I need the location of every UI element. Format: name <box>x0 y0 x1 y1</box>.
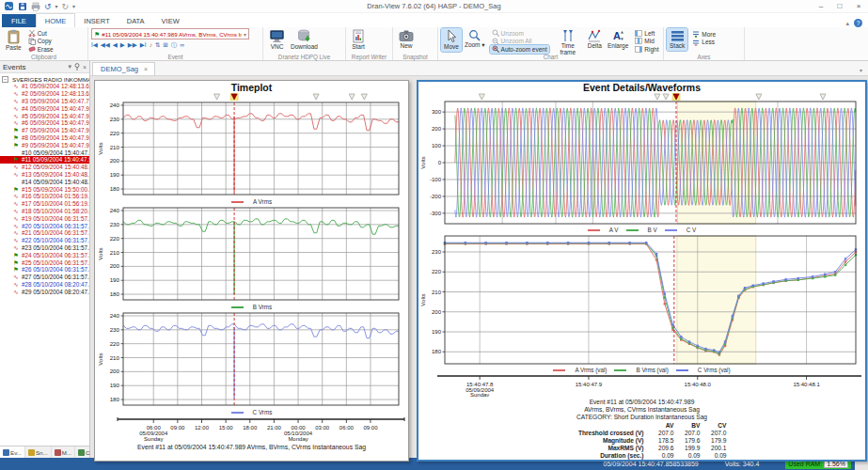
event-selector[interactable]: ⚑ #11 05/09/2004 15:40:47.989 AVrms, BVr… <box>91 28 249 39</box>
event-list-item[interactable]: ∿#6 05/09/2004 15:40:47.980 <box>0 119 89 127</box>
move-button[interactable]: Move <box>441 28 462 52</box>
undo-dropdown-icon[interactable]: ▾ <box>55 3 58 9</box>
paste-button[interactable]: Paste <box>3 28 24 53</box>
save-icon[interactable] <box>18 2 27 11</box>
erase-button[interactable]: Erase <box>26 45 55 54</box>
first-event-button[interactable]: I◀ <box>91 41 98 49</box>
maximize-button[interactable]: □ <box>830 0 849 12</box>
event-tree-icon[interactable]: ⊞ <box>163 41 167 49</box>
tab-data[interactable]: DATA <box>118 14 153 27</box>
event-list-item[interactable]: ∿#2 05/09/2004 12:48:13.624 <box>0 90 89 98</box>
undo-icon[interactable]: ↺ <box>44 2 52 11</box>
event-note-icon[interactable]: ♪ <box>150 41 152 49</box>
tab-menu-icon[interactable]: ▾ <box>860 67 862 73</box>
print-icon[interactable] <box>31 2 40 11</box>
unzoom-button[interactable]: Unzoom <box>490 29 549 38</box>
event-list-item[interactable]: ⚑#15 05/09/2004 15:50:00.89 <box>0 185 89 193</box>
event-list-item[interactable]: #10 05/09/2004 15:40:47.97 <box>0 149 89 156</box>
event-list-item[interactable]: ∿#22 05/10/2004 06:31:57.78 <box>0 237 89 244</box>
event-list-item[interactable]: ⚑#8 05/09/2004 15:40:47.985 <box>0 134 89 142</box>
event-list-item[interactable]: ∿#5 05/09/2004 15:40:47.980 <box>0 112 89 119</box>
event-info-icon[interactable]: ⓘ <box>171 41 178 49</box>
collapse-ribbon-icon[interactable]: ▴ <box>845 20 849 27</box>
event-list-item[interactable]: ⚑#26 05/10/2004 06:31:57.82 <box>0 266 89 274</box>
enlarge-button[interactable]: A Enlarge <box>605 28 631 51</box>
zoom-button[interactable]: Zoom ▾ <box>462 28 488 50</box>
redo-icon[interactable]: ↻ <box>62 2 70 11</box>
waveform-event-markers[interactable] <box>418 93 865 101</box>
help-icon[interactable]: ? <box>854 19 862 27</box>
event-find-icon[interactable]: ∞ <box>180 41 184 49</box>
axis-mid-button[interactable]: Mid <box>633 38 660 46</box>
sidebar-tab-ev[interactable]: Ev... <box>0 446 25 458</box>
last-event-button[interactable]: ▶I <box>140 41 147 49</box>
event-details-panel[interactable]: Event Details/Waveforms 3002001000-100-2… <box>417 80 867 462</box>
event-list-item[interactable]: ⚑#7 05/09/2004 15:40:47.985 <box>0 127 89 134</box>
event-list-item[interactable]: ∿#19 05/10/2004 06:31:57.59 <box>0 214 89 222</box>
event-list-item[interactable]: ⚑#25 05/10/2004 06:31:57.82 <box>0 258 89 266</box>
event-list-item[interactable]: ∿#13 05/09/2004 15:40:48.1 <box>0 171 89 179</box>
new-snapshot-button[interactable]: New <box>396 28 417 51</box>
waveform-chart[interactable]: 3002001000-100-200-300Volts <box>418 101 865 226</box>
event-list-item[interactable]: ∿#3 05/09/2004 15:40:47.771 <box>0 98 89 105</box>
timeplot-charts[interactable]: 180190200210220230240VoltsA Vrms18019020… <box>95 101 408 416</box>
auto-zoom-event-button[interactable]: Auto-zoom event <box>490 45 549 54</box>
event-list-item[interactable]: ∿#4 05/09/2004 15:40:47.980 <box>0 104 89 112</box>
next-event-button[interactable]: ▶ <box>120 41 125 49</box>
rewind-event-button[interactable]: ◀◀ <box>101 41 110 49</box>
document-tab-close-icon[interactable]: × <box>144 66 148 72</box>
sidebar-tab-sn[interactable]: Sn... <box>25 446 52 458</box>
pin-icon[interactable] <box>74 63 80 70</box>
axis-left-button[interactable]: Left <box>633 29 660 38</box>
events-tree-root[interactable]: − SVERIGES RADIO INKOMMAND <box>0 75 89 83</box>
event-list-item[interactable]: ∿#21 05/10/2004 06:31:57.78 <box>0 229 89 237</box>
event-list-item[interactable]: ⚑#9 05/09/2004 15:40:47.985 <box>0 141 89 149</box>
timeplot-event-markers[interactable] <box>95 93 408 101</box>
stack-button[interactable]: Stack <box>667 28 687 51</box>
tab-view[interactable]: VIEW <box>153 14 188 27</box>
event-sort-icon[interactable]: ⇅ <box>155 41 160 49</box>
app-icon[interactable] <box>4 1 14 11</box>
event-list-item[interactable]: #14 05/09/2004 15:40:48.50 <box>0 178 89 185</box>
sidebar-tab-m[interactable]: M... <box>52 446 75 458</box>
copy-button[interactable]: Copy <box>26 38 55 46</box>
event-list-item[interactable]: ∿#29 05/10/2004 08:20:47.36 <box>0 288 89 295</box>
event-list-label: #6 05/09/2004 15:40:47.980 <box>22 119 89 126</box>
rms-chart[interactable]: 180190200210220230Volts <box>418 234 865 366</box>
prev-event-button[interactable]: ◀ <box>113 41 118 49</box>
event-list-item[interactable]: ∿#18 05/10/2004 01:58:20.00 <box>0 208 89 215</box>
file-tab[interactable]: FILE <box>2 14 36 27</box>
legend-label: A Vrms (val) <box>575 367 607 373</box>
tree-expander-icon[interactable]: − <box>2 76 8 83</box>
cut-button[interactable]: Cut <box>26 29 55 38</box>
start-report-button[interactable]: Start <box>349 28 368 52</box>
less-axes-button[interactable]: Less <box>690 39 718 47</box>
axis-right-button[interactable]: Right <box>633 45 660 54</box>
panel-close-icon[interactable]: × <box>83 64 87 70</box>
qat-menu-icon[interactable]: ▾ <box>72 3 75 9</box>
vnc-button[interactable]: VNC <box>266 28 288 52</box>
panel-dropdown-icon[interactable]: ▾ <box>68 63 71 70</box>
minimize-button[interactable]: – <box>812 0 830 12</box>
event-list-item[interactable]: ∿#12 05/09/2004 15:40:48.0 <box>0 164 89 171</box>
event-list-item[interactable]: ∿#1 05/09/2004 12:48:13.620 <box>0 83 89 90</box>
more-axes-button[interactable]: More <box>690 30 718 39</box>
event-list-item[interactable]: ⚑#11 05/09/2004 15:40:47.989 <box>0 156 89 164</box>
tab-home[interactable]: HOME <box>36 13 76 27</box>
event-list-item[interactable]: ∿#20 05/10/2004 06:31:57.77 <box>0 222 89 229</box>
forward-event-button[interactable]: ▶▶ <box>128 41 137 49</box>
event-list-item[interactable]: ∿#17 05/10/2004 01:56:19.96 <box>0 200 89 208</box>
close-button[interactable]: × <box>849 0 868 12</box>
svg-text:0: 0 <box>438 160 442 165</box>
event-list-item[interactable]: ∿#23 05/10/2004 06:31:57.80 <box>0 244 89 252</box>
event-list-item[interactable]: ⚑#24 05/10/2004 06:31:57.82 <box>0 251 89 258</box>
event-list-item[interactable]: ∿#16 05/10/2004 01:56:19.79 <box>0 193 89 200</box>
unzoom-all-button[interactable]: Unzoom All <box>490 38 549 46</box>
document-tab[interactable]: DEMO_Sag × <box>92 62 155 75</box>
timeplot-panel[interactable]: Timeplot 180190200210220230240VoltsA Vrm… <box>94 80 409 462</box>
event-list-item[interactable]: ∿#28 05/10/2004 08:20:47.35 <box>0 281 89 289</box>
delta-button[interactable]: Delta <box>585 28 605 51</box>
download-button[interactable]: Download <box>288 28 321 52</box>
event-list-item[interactable]: ∿#27 05/10/2004 06:31:57.82 <box>0 274 89 281</box>
tab-insert[interactable]: INSERT <box>75 14 118 27</box>
